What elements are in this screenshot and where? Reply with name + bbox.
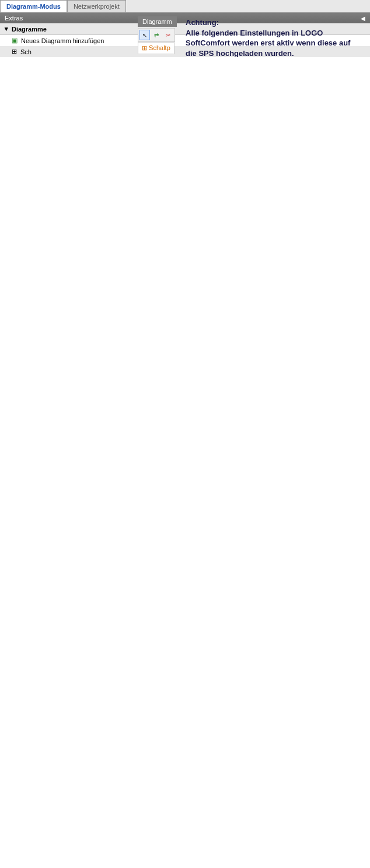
connect-tool-icon[interactable]: ⇄	[151, 30, 162, 40]
tab-diagram-mode[interactable]: Diagramm-Modus	[0, 0, 67, 12]
top-tab-bar: Diagramm-Modus Netzwerkprojekt	[0, 0, 370, 13]
sch-label: Sch	[20, 48, 32, 55]
diagram-doc-tab[interactable]: Diagramm	[138, 16, 177, 27]
drawing-toolbar: ↖ ⇄ ✂	[138, 28, 175, 42]
add-diagram-icon: ▣	[12, 37, 18, 44]
chevron-down-icon: ▾	[5, 25, 8, 33]
pointer-tool-icon[interactable]: ↖	[139, 30, 150, 40]
warning-note: Achtung: Alle folgenden Einstellungen in…	[186, 17, 361, 57]
circuit-icon: ⊞	[142, 44, 147, 51]
cut-tool-icon[interactable]: ✂	[163, 30, 173, 40]
new-diagram-label: Neues Diagramm hinzufügen	[21, 37, 104, 44]
schaltp-label: Schaltp	[149, 44, 170, 51]
extras-label: Extras	[5, 15, 23, 22]
schaltp-doc-tab[interactable]: ⊞ Schaltp	[138, 42, 174, 54]
tab-network-project[interactable]: Netzwerkprojekt	[67, 0, 126, 12]
circuit-icon: ⊞	[12, 48, 17, 55]
diagrams-label: Diagramme	[12, 26, 47, 33]
collapse-icon[interactable]: ◀	[361, 15, 365, 22]
